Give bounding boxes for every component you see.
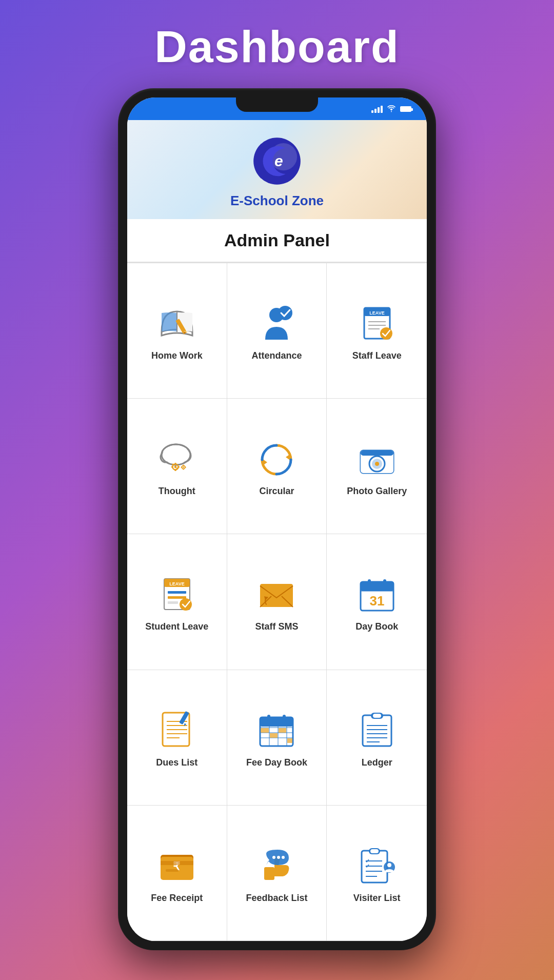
thought-label: Thought <box>159 486 195 497</box>
svg-rect-103 <box>370 849 379 853</box>
svg-point-50 <box>180 598 192 611</box>
grid-item-attendance[interactable]: Attendance <box>227 263 327 399</box>
svg-text:LEAVE: LEAVE <box>369 310 384 316</box>
svg-rect-51 <box>260 584 293 607</box>
svg-point-16 <box>380 327 392 340</box>
homework-icon <box>154 302 200 343</box>
signal-bar-4 <box>381 106 383 113</box>
svg-rect-80 <box>279 728 286 733</box>
fee-day-book-icon <box>253 709 300 750</box>
svg-point-20 <box>163 445 189 464</box>
signal-bar-2 <box>374 109 377 113</box>
day-book-label: Day Book <box>355 621 398 632</box>
svg-point-98 <box>272 856 275 859</box>
svg-point-99 <box>277 856 280 859</box>
grid-item-dues-list[interactable]: Dues List <box>127 670 227 806</box>
svg-point-109 <box>387 863 391 867</box>
thought-icon <box>154 438 200 479</box>
grid-item-photo-gallery[interactable]: Photo Gallery <box>327 399 427 534</box>
staff-sms-label: Staff SMS <box>255 621 298 632</box>
attendance-icon <box>253 302 300 343</box>
grid-item-circular[interactable]: Circular <box>227 399 327 534</box>
app-logo: e <box>251 135 303 187</box>
circular-icon <box>253 438 300 479</box>
fee-receipt-label: Fee Receipt <box>151 893 203 904</box>
svg-rect-58 <box>383 579 386 585</box>
svg-rect-34 <box>181 466 182 467</box>
phone-frame: e E-School Zone Admin Panel <box>118 88 436 950</box>
staff-leave-label: Staff Leave <box>352 350 402 361</box>
visiter-list-label: Visiter List <box>353 893 401 904</box>
ledger-icon <box>354 709 400 750</box>
student-leave-icon: LEAVE <box>154 573 200 614</box>
feedback-list-label: Feedback List <box>246 893 307 904</box>
svg-rect-32 <box>183 464 184 466</box>
admin-panel-title: Admin Panel <box>138 230 416 250</box>
app-header: e E-School Zone <box>127 120 427 219</box>
wifi-icon <box>387 105 396 112</box>
svg-rect-56 <box>361 582 393 591</box>
photo-gallery-label: Photo Gallery <box>347 486 407 497</box>
circular-label: Circular <box>259 486 294 497</box>
phone-screen: e E-School Zone Admin Panel <box>127 97 427 941</box>
svg-rect-81 <box>270 733 278 738</box>
grid-item-fee-receipt[interactable]: ₹ Fee Receipt <box>127 806 227 941</box>
staff-leave-icon: LEAVE <box>354 302 400 343</box>
visiter-list-icon <box>354 845 400 886</box>
fee-day-book-label: Fee Day Book <box>246 757 307 768</box>
svg-rect-82 <box>287 738 292 743</box>
svg-rect-95 <box>161 861 193 865</box>
svg-point-43 <box>375 462 379 466</box>
grid-item-fee-day-book[interactable]: Fee Day Book <box>227 670 327 806</box>
homework-label: Home Work <box>151 350 203 361</box>
dues-list-icon <box>154 709 200 750</box>
svg-rect-47 <box>168 591 186 594</box>
battery-icon <box>400 106 411 112</box>
grid-item-visiter-list[interactable]: Visiter List <box>327 806 427 941</box>
grid-item-thought[interactable]: Thought <box>127 399 227 534</box>
page-title: Dashboard <box>154 21 400 73</box>
svg-text:e: e <box>274 152 283 169</box>
grid-item-staff-leave[interactable]: LEAVE Staff Leave <box>327 263 427 399</box>
signal-bar-1 <box>371 110 373 113</box>
svg-rect-27 <box>177 466 180 467</box>
feedback-list-icon <box>253 845 300 886</box>
staff-sms-icon <box>253 573 300 614</box>
svg-text:LEAVE: LEAVE <box>169 581 184 586</box>
svg-rect-72 <box>283 715 286 721</box>
grid-item-ledger[interactable]: Ledger <box>327 670 427 806</box>
day-book-icon: 31 <box>354 573 400 614</box>
attendance-label: Attendance <box>251 350 302 361</box>
svg-rect-85 <box>373 714 381 718</box>
svg-rect-48 <box>168 596 186 599</box>
admin-panel-header: Admin Panel <box>127 219 427 263</box>
student-leave-label: Student Leave <box>145 621 208 632</box>
app-name: E-School Zone <box>230 193 324 209</box>
svg-point-23 <box>174 465 176 468</box>
svg-rect-40 <box>361 450 393 456</box>
svg-rect-96 <box>166 869 179 872</box>
grid-item-feedback-list[interactable]: Feedback List <box>227 806 327 941</box>
signal-bars-icon <box>371 105 383 113</box>
status-icons <box>371 105 411 113</box>
grid-item-student-leave[interactable]: LEAVE Student Leave <box>127 534 227 670</box>
svg-rect-57 <box>368 579 371 585</box>
grid-item-staff-sms[interactable]: Staff SMS <box>227 534 327 670</box>
svg-rect-79 <box>261 728 269 733</box>
svg-rect-49 <box>168 601 178 604</box>
ledger-label: Ledger <box>362 757 392 768</box>
svg-rect-70 <box>260 717 293 727</box>
dashboard-grid: Home Work Attendance <box>127 263 427 941</box>
svg-rect-35 <box>185 466 186 467</box>
svg-rect-24 <box>174 463 176 465</box>
fee-receipt-icon: ₹ <box>154 845 200 886</box>
dues-list-label: Dues List <box>156 757 197 768</box>
svg-point-100 <box>282 856 285 859</box>
grid-item-homework[interactable]: Home Work <box>127 263 227 399</box>
signal-bar-3 <box>378 107 380 113</box>
svg-rect-25 <box>174 469 176 471</box>
svg-rect-71 <box>267 715 270 721</box>
svg-rect-97 <box>264 867 274 880</box>
svg-point-9 <box>278 306 292 320</box>
grid-item-day-book[interactable]: 31 Day Book <box>327 534 427 670</box>
